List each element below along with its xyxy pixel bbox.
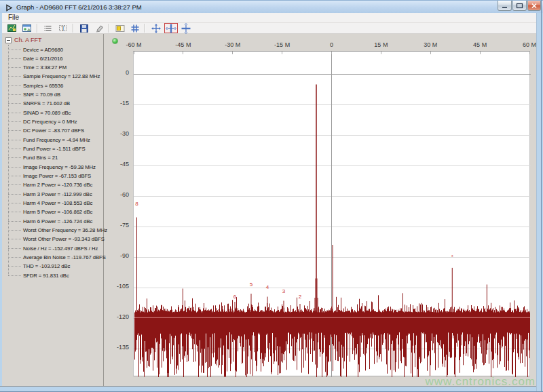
- tree-item-label: Fund Bins = 21: [23, 153, 58, 162]
- title-bar: Graph - AD9680 FFT 6/21/2016 3:38:27 PM: [0, 0, 543, 13]
- save-button[interactable]: [77, 23, 91, 33]
- fft-results-tree: Ch. A FFT Device = AD9680Date = 6/21/201…: [2, 34, 104, 386]
- tree-connector-stub: [8, 257, 21, 258]
- tree-connector-stub: [8, 113, 21, 113]
- tree-item-label: SINAD = 70.089 dBc: [23, 109, 71, 117]
- tree-item-label: DC Power = -83.707 dBFS: [23, 126, 84, 135]
- tree-connector-stub: [8, 157, 21, 158]
- graph-export-button[interactable]: [20, 23, 34, 33]
- color-box-icon: [115, 23, 126, 34]
- tree-connector-stub: [8, 176, 21, 176]
- tree-item-label: Fund Frequency = -4.94 MHz: [23, 136, 90, 144]
- tree-item-label: Noise / Hz = -152.497 dBFS / Hz: [23, 244, 98, 253]
- toolbar-separator: [73, 24, 74, 33]
- toolbar-separator: [37, 24, 38, 33]
- tree-item-label: SNRFS = 71.602 dB: [23, 99, 70, 108]
- tree-connector-stub: [8, 103, 21, 104]
- tree-item-label: Harm 5 Power = -106.862 dBc: [23, 208, 92, 216]
- close-button[interactable]: [527, 1, 541, 11]
- save-icon: [79, 23, 90, 34]
- autoscale-both-icon: [151, 23, 162, 34]
- tree-item-label: SFDR = 91.831 dBc: [23, 271, 69, 280]
- status-led-icon: [112, 38, 118, 44]
- y-tick-label: -45: [106, 161, 129, 168]
- graph-palette-icon: [7, 23, 18, 34]
- tree-connector-stub: [8, 130, 21, 131]
- svg-text:2: 2: [299, 294, 302, 300]
- toolbar-separator: [145, 24, 146, 33]
- svg-text:5: 5: [250, 281, 253, 288]
- autoscale-both-button[interactable]: [149, 23, 163, 33]
- tree-item-label: Image Power = -67.153 dBFS: [23, 172, 91, 180]
- y-tick-label: -120: [106, 313, 129, 320]
- graph-palette-button[interactable]: [5, 23, 19, 33]
- tree-item-label: Harm 2 Power = -120.736 dBc: [23, 180, 92, 189]
- fft-plot[interactable]: 865432*: [133, 51, 530, 376]
- toolbar-separator: [109, 24, 110, 33]
- tree-item-label: Device = AD9680: [23, 45, 63, 54]
- tree-item-label: Fund Power = -1.511 dBFS: [23, 144, 86, 153]
- tree-item-label: Harm 4 Power = -108.553 dBc: [23, 199, 92, 208]
- tree-root-label: Ch. A FFT: [14, 36, 42, 45]
- x-tick-label: -45 M: [175, 41, 191, 48]
- svg-text:*: *: [451, 254, 453, 260]
- tree-item-label: Harm 3 Power = -112.999 dBc: [23, 190, 92, 199]
- tree-item-label: THD = -103.912 dBc: [23, 262, 70, 271]
- y-tick-label: -90: [106, 252, 129, 259]
- tree-connector-line: [8, 45, 9, 275]
- tree-connector-stub: [8, 221, 21, 222]
- y-tick-label: -60: [106, 191, 129, 198]
- menu-bar: File: [2, 13, 536, 22]
- x-tick-label: 45 M: [473, 41, 487, 48]
- cursor-text-icon: T: [58, 23, 69, 34]
- tree-connector-stub: [8, 149, 21, 149]
- tree-connector-stub: [8, 140, 21, 140]
- tree-item-label: Time = 3:38:27 PM: [23, 63, 67, 72]
- tree-connector-stub: [8, 239, 21, 239]
- tree-connector-stub: [8, 85, 21, 86]
- tree-connector-stub: [8, 121, 21, 122]
- cursor-text-button[interactable]: T: [56, 23, 70, 33]
- tree-connector-stub: [8, 167, 21, 168]
- tree-item-label: Sample Frequency = 122.88 MHz: [23, 72, 100, 81]
- tree-connector-stub: [8, 184, 21, 185]
- x-tick-label: 15 M: [374, 41, 388, 48]
- y-tick-label: -105: [106, 283, 129, 290]
- copy-graph-button[interactable]: [92, 23, 106, 33]
- list-view-icon: [43, 23, 54, 34]
- tree-connector-stub: [8, 50, 21, 50]
- tree-connector-stub: [8, 275, 21, 276]
- tree-connector-stub: [8, 212, 21, 212]
- tree-item-label: SNR = 70.09 dB: [23, 90, 60, 99]
- tree-item-label: Date = 6/21/2016: [23, 54, 62, 63]
- autoscale-y-button[interactable]: [164, 23, 178, 33]
- autoscale-x-button[interactable]: [179, 23, 193, 33]
- grid-toggle-button[interactable]: [128, 23, 142, 33]
- x-tick-label: -15 M: [274, 41, 290, 48]
- tree-item-label: Worst Other Power = -93.343 dBFS: [23, 235, 105, 243]
- tree-item-label: Harm 6 Power = -126.724 dBc: [23, 217, 92, 226]
- maximize-button[interactable]: [512, 1, 527, 11]
- tree-connector-stub: [8, 94, 21, 95]
- tree-connector-stub: [8, 248, 21, 249]
- plot-panel: -60 M-45 M-30 M-15 M015 M30 M45 M60 M 0-…: [105, 34, 536, 386]
- color-box-button[interactable]: [113, 23, 127, 33]
- collapse-icon[interactable]: [5, 37, 12, 43]
- y-tick-label: -75: [106, 222, 129, 229]
- app-icon: [5, 3, 14, 12]
- tree-connector-stub: [8, 194, 21, 195]
- tree-connector-stub: [8, 67, 21, 68]
- svg-text:4: 4: [266, 284, 269, 290]
- list-view-button[interactable]: [41, 23, 55, 33]
- tree-item-label: Worst Other Frequency = 36.28 MHz: [23, 226, 107, 235]
- tree-item-label: Image Frequency = -59.38 MHz: [23, 163, 96, 172]
- tree-item-label: DC Frequency = 0 MHz: [23, 117, 77, 126]
- menu-file[interactable]: File: [5, 14, 22, 21]
- autoscale-y-icon: [166, 23, 176, 34]
- svg-text:T: T: [62, 26, 65, 32]
- x-tick-label: -30 M: [225, 41, 240, 48]
- x-tick-label: -60 M: [126, 41, 141, 48]
- toolbar: T: [2, 22, 536, 34]
- minimize-button[interactable]: [498, 1, 512, 11]
- autoscale-x-icon: [181, 23, 191, 34]
